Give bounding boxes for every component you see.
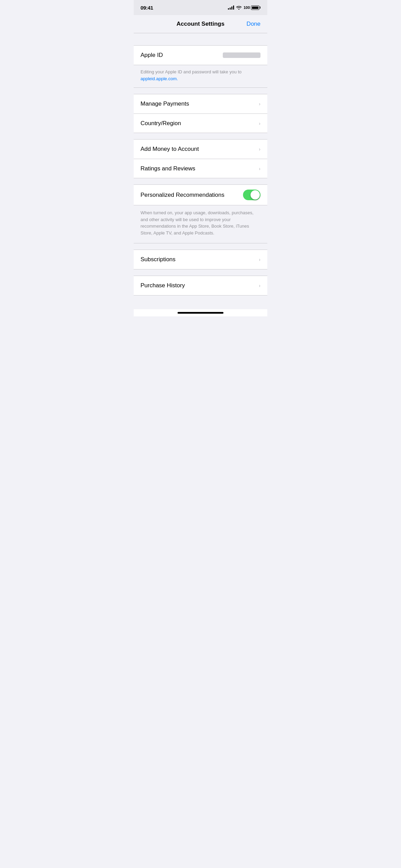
subscriptions-label: Subscriptions bbox=[141, 256, 175, 263]
personalization-description-text: When turned on, your app usage, download… bbox=[141, 209, 260, 236]
personalization-label: Personalized Recommendations bbox=[141, 192, 224, 198]
purchase-history-right: › bbox=[259, 283, 260, 288]
add-money-chevron: › bbox=[259, 146, 260, 152]
manage-payments-row[interactable]: Manage Payments › bbox=[134, 94, 267, 113]
add-money-right: › bbox=[259, 146, 260, 152]
purchase-history-label: Purchase History bbox=[141, 282, 185, 289]
spacer-2 bbox=[134, 88, 267, 94]
personalization-toggle[interactable] bbox=[243, 190, 260, 200]
status-time: 09:41 bbox=[141, 5, 153, 11]
page-title: Account Settings bbox=[177, 21, 224, 27]
battery-icon: 100 bbox=[244, 5, 260, 10]
done-button[interactable]: Done bbox=[246, 21, 260, 27]
nav-bar: Account Settings Done bbox=[134, 15, 267, 33]
personalization-toggle-container bbox=[243, 190, 260, 200]
apple-id-description: Editing your Apple ID and password will … bbox=[134, 65, 267, 88]
money-ratings-section: Add Money to Account › Ratings and Revie… bbox=[134, 139, 267, 178]
personalization-section: Personalized Recommendations bbox=[134, 184, 267, 205]
appleid-link[interactable]: appleid.apple.com. bbox=[141, 76, 178, 81]
battery-level: 100 bbox=[244, 5, 250, 10]
home-bar bbox=[178, 312, 223, 314]
country-region-right: › bbox=[259, 121, 260, 126]
add-money-label: Add Money to Account bbox=[141, 146, 199, 153]
manage-payments-right: › bbox=[259, 101, 260, 107]
spacer-1 bbox=[134, 33, 267, 45]
ratings-reviews-right: › bbox=[259, 166, 260, 171]
country-region-label: Country/Region bbox=[141, 120, 181, 127]
wifi-icon bbox=[236, 5, 242, 10]
spacer-5 bbox=[134, 243, 267, 250]
toggle-track bbox=[243, 190, 260, 200]
subscriptions-chevron: › bbox=[259, 257, 260, 262]
manage-payments-label: Manage Payments bbox=[141, 100, 189, 107]
apple-id-description-text: Editing your Apple ID and password will … bbox=[141, 69, 260, 82]
purchase-history-section: Purchase History › bbox=[134, 276, 267, 296]
bottom-spacer bbox=[134, 296, 267, 309]
manage-payments-chevron: › bbox=[259, 101, 260, 107]
status-bar: 09:41 100 bbox=[134, 0, 267, 15]
apple-id-value-redacted bbox=[223, 52, 260, 58]
country-region-chevron: › bbox=[259, 121, 260, 126]
add-money-row[interactable]: Add Money to Account › bbox=[134, 140, 267, 159]
personalization-description: When turned on, your app usage, download… bbox=[134, 205, 267, 243]
personalization-row: Personalized Recommendations bbox=[134, 185, 267, 205]
payments-section: Manage Payments › Country/Region › bbox=[134, 94, 267, 133]
purchase-history-row[interactable]: Purchase History › bbox=[134, 276, 267, 295]
ratings-reviews-chevron: › bbox=[259, 166, 260, 171]
status-icons: 100 bbox=[228, 5, 260, 10]
toggle-thumb bbox=[251, 190, 260, 200]
apple-id-section: Apple ID bbox=[134, 45, 267, 65]
signal-icon bbox=[228, 5, 234, 10]
subscriptions-row[interactable]: Subscriptions › bbox=[134, 250, 267, 269]
spacer-6 bbox=[134, 269, 267, 276]
ratings-reviews-row[interactable]: Ratings and Reviews › bbox=[134, 159, 267, 178]
spacer-4 bbox=[134, 178, 267, 184]
country-region-row[interactable]: Country/Region › bbox=[134, 113, 267, 133]
purchase-history-chevron: › bbox=[259, 283, 260, 288]
apple-id-label: Apple ID bbox=[141, 52, 163, 59]
subscriptions-section: Subscriptions › bbox=[134, 250, 267, 269]
ratings-reviews-label: Ratings and Reviews bbox=[141, 165, 195, 172]
apple-id-row: Apple ID bbox=[134, 46, 267, 65]
apple-id-value-container bbox=[223, 52, 260, 58]
home-indicator-area bbox=[134, 309, 267, 316]
subscriptions-right: › bbox=[259, 257, 260, 262]
spacer-3 bbox=[134, 133, 267, 139]
